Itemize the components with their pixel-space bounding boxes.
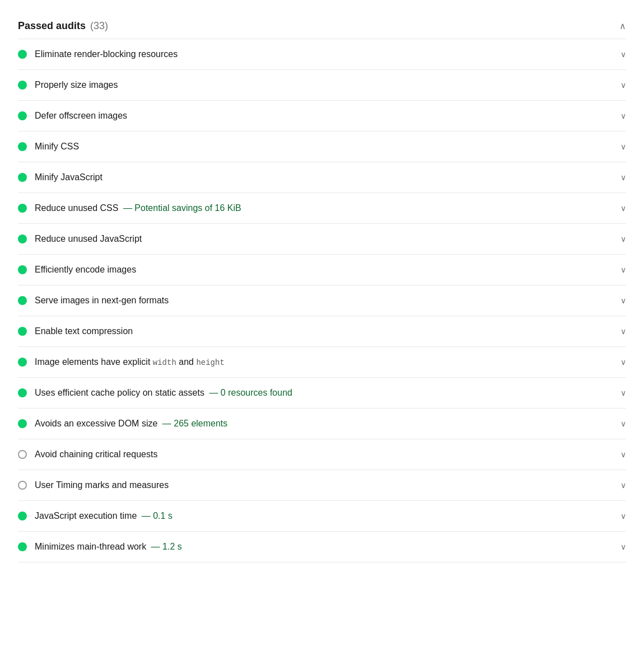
code-width: width	[153, 358, 176, 367]
audit-label-reduce-unused-css: Reduce unused CSS — Potential savings of…	[35, 203, 241, 213]
audit-item[interactable]: Reduce unused CSS — Potential savings of…	[18, 193, 626, 224]
status-dot-properly-size-images	[18, 81, 27, 90]
audit-label-image-explicit-dimensions: Image elements have explicit width and h…	[35, 357, 225, 367]
audit-left-reduce-unused-javascript: Reduce unused JavaScript	[18, 234, 614, 244]
expand-chevron-icon-avoid-chaining-critical[interactable]: ∨	[620, 450, 626, 459]
status-dot-avoid-chaining-critical	[18, 450, 27, 459]
expand-chevron-icon-javascript-execution-time[interactable]: ∨	[620, 512, 626, 520]
audit-label-defer-offscreen-images: Defer offscreen images	[35, 111, 127, 121]
audit-list: Eliminate render-blocking resources∨Prop…	[18, 39, 626, 562]
audit-label-user-timing-marks: User Timing marks and measures	[35, 480, 169, 490]
audit-left-minimizes-main-thread: Minimizes main-thread work — 1.2 s	[18, 542, 614, 552]
expand-chevron-icon-eliminate-render-blocking[interactable]: ∨	[620, 50, 626, 59]
main-container: Passed audits (33) ∧ Eliminate render-bl…	[0, 0, 644, 574]
audit-label-enable-text-compression: Enable text compression	[35, 326, 133, 336]
audit-left-javascript-execution-time: JavaScript execution time — 0.1 s	[18, 511, 614, 521]
status-dot-user-timing-marks	[18, 481, 27, 490]
passed-audits-count: (33)	[90, 20, 108, 32]
status-dot-efficiently-encode-images	[18, 265, 27, 274]
audit-item[interactable]: Image elements have explicit width and h…	[18, 347, 626, 378]
status-dot-excessive-dom-size	[18, 419, 27, 428]
audit-label-properly-size-images: Properly size images	[35, 80, 118, 90]
status-dot-minimizes-main-thread	[18, 542, 27, 551]
expand-chevron-icon-minify-javascript[interactable]: ∨	[620, 173, 626, 182]
status-dot-reduce-unused-css	[18, 204, 27, 213]
audit-savings-efficient-cache-policy: — 0 resources found	[207, 388, 292, 397]
audit-item[interactable]: User Timing marks and measures∨	[18, 470, 626, 501]
status-dot-enable-text-compression	[18, 327, 27, 336]
expand-chevron-icon-reduce-unused-css[interactable]: ∨	[620, 204, 626, 213]
status-dot-serve-images-next-gen	[18, 296, 27, 305]
audit-label-avoid-chaining-critical: Avoid chaining critical requests	[35, 449, 157, 459]
audit-left-efficient-cache-policy: Uses efficient cache policy on static as…	[18, 388, 614, 398]
audit-label-serve-images-next-gen: Serve images in next-gen formats	[35, 296, 169, 306]
audit-item[interactable]: Minify JavaScript∨	[18, 162, 626, 193]
status-dot-javascript-execution-time	[18, 512, 27, 520]
audit-item[interactable]: Eliminate render-blocking resources∨	[18, 39, 626, 70]
audit-item[interactable]: Enable text compression∨	[18, 316, 626, 347]
audit-label-minimizes-main-thread: Minimizes main-thread work — 1.2 s	[35, 542, 182, 552]
audit-label-minify-css: Minify CSS	[35, 142, 79, 152]
passed-audits-header[interactable]: Passed audits (33) ∧	[18, 11, 626, 39]
audit-item[interactable]: Avoid chaining critical requests∨	[18, 439, 626, 470]
status-dot-defer-offscreen-images	[18, 111, 27, 120]
expand-chevron-icon-defer-offscreen-images[interactable]: ∨	[620, 111, 626, 120]
expand-chevron-icon-minify-css[interactable]: ∨	[620, 142, 626, 151]
audit-savings-excessive-dom-size: — 265 elements	[160, 419, 227, 428]
audit-left-serve-images-next-gen: Serve images in next-gen formats	[18, 296, 614, 306]
status-dot-reduce-unused-javascript	[18, 234, 27, 243]
status-dot-eliminate-render-blocking	[18, 50, 27, 59]
expand-chevron-icon-properly-size-images[interactable]: ∨	[620, 81, 626, 90]
audit-item[interactable]: Efficiently encode images∨	[18, 255, 626, 285]
expand-chevron-icon-minimizes-main-thread[interactable]: ∨	[620, 542, 626, 551]
audit-item[interactable]: Avoids an excessive DOM size — 265 eleme…	[18, 409, 626, 439]
audit-left-eliminate-render-blocking: Eliminate render-blocking resources	[18, 49, 614, 59]
audit-savings-reduce-unused-css: — Potential savings of 16 KiB	[120, 203, 241, 213]
audit-savings-minimizes-main-thread: — 1.2 s	[148, 542, 182, 551]
audit-item[interactable]: Properly size images∨	[18, 70, 626, 101]
audit-item[interactable]: Serve images in next-gen formats∨	[18, 285, 626, 316]
audit-item[interactable]: Defer offscreen images∨	[18, 101, 626, 132]
audit-label-reduce-unused-javascript: Reduce unused JavaScript	[35, 234, 142, 244]
audit-left-efficiently-encode-images: Efficiently encode images	[18, 265, 614, 275]
status-dot-minify-css	[18, 142, 27, 151]
status-dot-efficient-cache-policy	[18, 388, 27, 397]
audit-left-reduce-unused-css: Reduce unused CSS — Potential savings of…	[18, 203, 614, 213]
expand-chevron-icon-efficient-cache-policy[interactable]: ∨	[620, 388, 626, 397]
audit-left-properly-size-images: Properly size images	[18, 80, 614, 90]
audit-left-user-timing-marks: User Timing marks and measures	[18, 480, 614, 490]
status-dot-minify-javascript	[18, 173, 27, 182]
audit-savings-javascript-execution-time: — 0.1 s	[139, 511, 172, 520]
audit-left-defer-offscreen-images: Defer offscreen images	[18, 111, 614, 121]
audit-left-enable-text-compression: Enable text compression	[18, 326, 614, 336]
audit-label-eliminate-render-blocking: Eliminate render-blocking resources	[35, 49, 178, 59]
audit-item[interactable]: Uses efficient cache policy on static as…	[18, 378, 626, 409]
expand-chevron-icon-enable-text-compression[interactable]: ∨	[620, 327, 626, 336]
audit-label-efficiently-encode-images: Efficiently encode images	[35, 265, 136, 275]
audit-item[interactable]: Minimizes main-thread work — 1.2 s∨	[18, 532, 626, 562]
expand-chevron-icon-efficiently-encode-images[interactable]: ∨	[620, 265, 626, 274]
code-height: height	[196, 358, 224, 367]
header-title-group: Passed audits (33)	[18, 20, 108, 32]
expand-chevron-icon-serve-images-next-gen[interactable]: ∨	[620, 296, 626, 305]
expand-chevron-icon-excessive-dom-size[interactable]: ∨	[620, 419, 626, 428]
audit-label-minify-javascript: Minify JavaScript	[35, 172, 102, 182]
audit-left-image-explicit-dimensions: Image elements have explicit width and h…	[18, 357, 614, 367]
audit-label-javascript-execution-time: JavaScript execution time — 0.1 s	[35, 511, 172, 521]
audit-item[interactable]: Reduce unused JavaScript∨	[18, 224, 626, 255]
passed-audits-title: Passed audits	[18, 20, 86, 32]
expand-chevron-icon-image-explicit-dimensions[interactable]: ∨	[620, 358, 626, 367]
expand-chevron-icon-reduce-unused-javascript[interactable]: ∨	[620, 234, 626, 243]
audit-left-excessive-dom-size: Avoids an excessive DOM size — 265 eleme…	[18, 419, 614, 429]
audit-left-minify-css: Minify CSS	[18, 142, 614, 152]
audit-left-avoid-chaining-critical: Avoid chaining critical requests	[18, 449, 614, 459]
audit-item[interactable]: JavaScript execution time — 0.1 s∨	[18, 501, 626, 532]
collapse-chevron-icon[interactable]: ∧	[619, 21, 626, 31]
audit-label-efficient-cache-policy: Uses efficient cache policy on static as…	[35, 388, 292, 398]
audit-label-excessive-dom-size: Avoids an excessive DOM size — 265 eleme…	[35, 419, 227, 429]
audit-item[interactable]: Minify CSS∨	[18, 132, 626, 162]
status-dot-image-explicit-dimensions	[18, 358, 27, 367]
audit-left-minify-javascript: Minify JavaScript	[18, 172, 614, 182]
expand-chevron-icon-user-timing-marks[interactable]: ∨	[620, 481, 626, 490]
